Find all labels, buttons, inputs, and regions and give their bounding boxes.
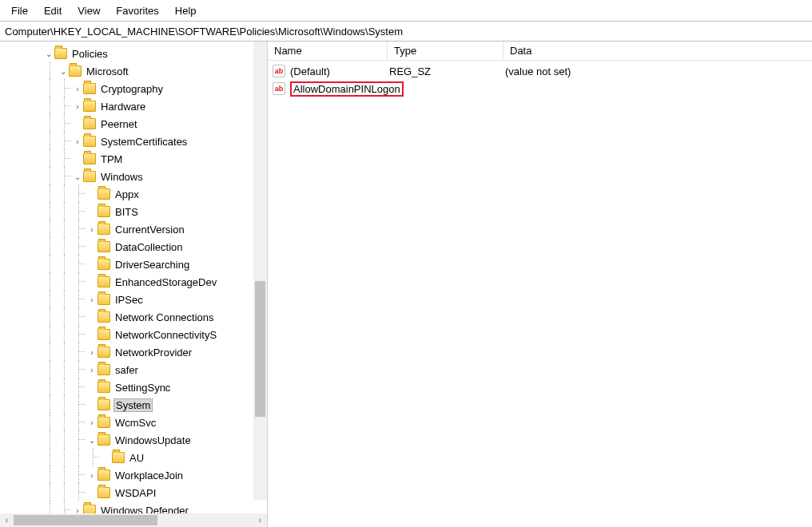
vertical-scrollbar[interactable] xyxy=(253,42,267,500)
tree-view[interactable]: ⌄ Policies ⌄ Microsoft › Cryptography xyxy=(0,42,267,513)
scrollbar-thumb[interactable] xyxy=(14,515,157,525)
chevron-down-icon[interactable]: ⌄ xyxy=(58,67,69,76)
tree-label: Policies xyxy=(70,47,109,61)
tree-item-windows[interactable]: ⌄ Windows xyxy=(0,168,267,185)
tree-item-tpm[interactable]: · TPM xyxy=(0,150,267,168)
chevron-down-icon[interactable]: ⌄ xyxy=(86,436,98,445)
folder-icon xyxy=(98,470,110,481)
tree-item-datacollection[interactable]: · DataCollection xyxy=(0,238,267,256)
scrollbar-thumb[interactable] xyxy=(255,281,265,417)
folder-icon xyxy=(98,259,110,270)
chevron-right-icon[interactable]: › xyxy=(72,506,83,514)
folder-icon xyxy=(69,65,82,77)
column-header-type[interactable]: Type xyxy=(388,42,504,60)
column-header-data[interactable]: Data xyxy=(504,42,812,60)
tree-pane: ⌄ Policies ⌄ Microsoft › Cryptography xyxy=(0,42,268,527)
folder-icon xyxy=(83,118,96,129)
horizontal-scrollbar[interactable]: ‹ › xyxy=(0,513,267,527)
chevron-right-icon[interactable]: › xyxy=(86,295,98,304)
tree-item-appx[interactable]: · Appx xyxy=(0,185,267,203)
chevron-right-icon[interactable]: › xyxy=(86,471,98,480)
tree-item-hardware[interactable]: › Hardware xyxy=(0,97,267,115)
tree-label: TPM xyxy=(99,153,124,166)
folder-icon xyxy=(98,329,110,340)
tree-item-workplacejoin[interactable]: › WorkplaceJoin xyxy=(0,466,267,484)
scroll-right-icon[interactable]: › xyxy=(253,513,267,527)
chevron-down-icon[interactable]: ⌄ xyxy=(72,172,83,181)
tree-label: Appx xyxy=(113,188,141,201)
chevron-right-icon[interactable]: › xyxy=(86,418,98,427)
tree-item-policies[interactable]: ⌄ Policies xyxy=(0,45,267,62)
tree-item-system[interactable]: · System xyxy=(0,396,267,414)
address-bar[interactable]: Computer\HKEY_LOCAL_MACHINE\SOFTWARE\Pol… xyxy=(0,21,812,42)
chevron-right-icon[interactable]: › xyxy=(72,137,83,146)
folder-icon xyxy=(98,364,110,375)
tree-label: CurrentVersion xyxy=(113,223,186,236)
tree-label: Network Connections xyxy=(113,311,216,324)
folder-icon xyxy=(98,399,110,410)
tree-item-networkconnectivitys[interactable]: · NetworkConnectivityS xyxy=(0,326,267,343)
tree-item-enhancedstoragedev[interactable]: · EnhancedStorageDev xyxy=(0,273,267,291)
folder-icon xyxy=(98,434,110,446)
folder-icon xyxy=(98,206,110,217)
tree-item-networkprovider[interactable]: › NetworkProvider xyxy=(0,343,267,361)
folder-icon xyxy=(83,83,96,94)
folder-icon xyxy=(98,224,110,235)
tree-item-currentversion[interactable]: › CurrentVersion xyxy=(0,220,267,238)
tree-item-ipsec[interactable]: › IPSec xyxy=(0,291,267,308)
menu-file[interactable]: File xyxy=(5,3,34,18)
chevron-right-icon[interactable]: › xyxy=(86,366,98,374)
tree-label: Cryptography xyxy=(99,82,165,96)
menu-favorites[interactable]: Favorites xyxy=(109,3,165,18)
tree-label: Microsoft xyxy=(85,65,130,78)
tree-label: AU xyxy=(128,451,145,465)
tree-item-cryptography[interactable]: › Cryptography xyxy=(0,80,267,97)
folder-icon xyxy=(98,294,110,305)
chevron-right-icon[interactable]: › xyxy=(86,225,98,234)
value-data: (value not set) xyxy=(504,65,812,77)
tree-item-peernet[interactable]: · Peernet xyxy=(0,115,267,133)
tree-item-systemcertificates[interactable]: › SystemCertificates xyxy=(0,133,267,150)
tree-item-safer[interactable]: › safer xyxy=(0,361,267,378)
folder-icon xyxy=(83,505,96,513)
tree-label: Windows xyxy=(99,170,145,184)
tree-label: DriverSearching xyxy=(113,258,191,271)
folder-icon xyxy=(98,417,110,428)
menu-help[interactable]: Help xyxy=(169,3,203,18)
tree-item-wsdapi[interactable]: · WSDAPI xyxy=(0,484,267,501)
chevron-right-icon[interactable]: › xyxy=(72,85,83,93)
folder-icon xyxy=(98,276,110,287)
scrollbar-track[interactable] xyxy=(14,513,253,527)
tree-item-wcmsvc[interactable]: › WcmSvc xyxy=(0,414,267,431)
value-name-highlighted: AllowDomainPINLogon xyxy=(289,83,404,95)
scroll-left-icon[interactable]: ‹ xyxy=(0,513,14,527)
tree-item-microsoft[interactable]: ⌄ Microsoft xyxy=(0,62,267,80)
tree-label: IPSec xyxy=(113,293,145,307)
tree-label: SystemCertificates xyxy=(99,135,189,149)
menu-edit[interactable]: Edit xyxy=(38,3,68,18)
folder-icon xyxy=(98,382,110,393)
tree-label: SettingSync xyxy=(113,381,172,394)
tree-item-au[interactable]: · AU xyxy=(0,449,267,466)
tree-item-networkconnections[interactable]: · Network Connections xyxy=(0,308,267,326)
column-header-name[interactable]: Name xyxy=(268,42,388,60)
tree-label-selected: System xyxy=(113,398,153,412)
list-item-allowdomainpinlogon[interactable]: AllowDomainPINLogon xyxy=(268,80,812,97)
tree-item-settingsync[interactable]: · SettingSync xyxy=(0,378,267,396)
chevron-down-icon[interactable]: ⌄ xyxy=(43,50,54,58)
tree-item-windowsdefender[interactable]: › Windows Defender xyxy=(0,501,267,513)
chevron-right-icon[interactable]: › xyxy=(86,348,98,357)
tree-label: WSDAPI xyxy=(113,486,157,500)
folder-icon xyxy=(98,347,110,358)
list-item-default[interactable]: (Default) REG_SZ (value not set) xyxy=(268,62,812,80)
tree-label: NetworkProvider xyxy=(113,346,193,359)
tree-label: DataCollection xyxy=(113,240,185,254)
list-body[interactable]: (Default) REG_SZ (value not set) AllowDo… xyxy=(268,61,812,527)
tree-item-windowsupdate[interactable]: ⌄ WindowsUpdate xyxy=(0,431,267,449)
menu-view[interactable]: View xyxy=(71,3,106,18)
chevron-right-icon[interactable]: › xyxy=(72,102,83,111)
tree-item-bits[interactable]: · BITS xyxy=(0,203,267,220)
tree-item-driversearching[interactable]: · DriverSearching xyxy=(0,256,267,273)
tree-label: BITS xyxy=(113,205,140,219)
menubar: File Edit View Favorites Help xyxy=(0,0,812,21)
